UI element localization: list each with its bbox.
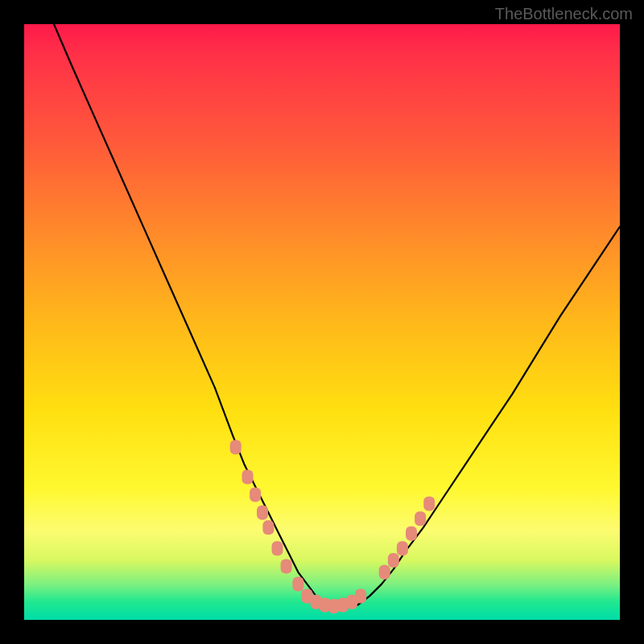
chart-background (24, 24, 620, 620)
watermark-text: TheBottleneck.com (495, 5, 633, 23)
bottleneck-curve (24, 24, 620, 620)
